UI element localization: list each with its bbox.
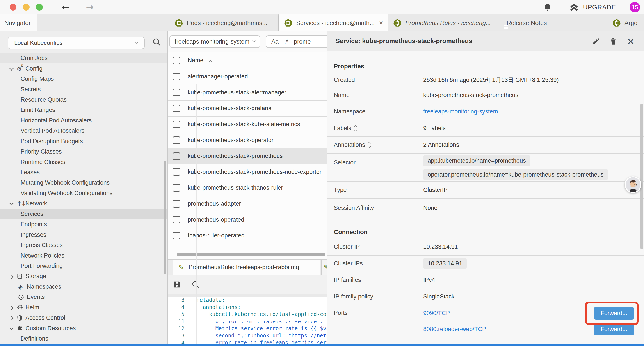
close-icon[interactable]: ×: [626, 36, 635, 46]
details-scrollbar[interactable]: [640, 104, 643, 249]
sidebar-item-ingress-classes[interactable]: Ingress Classes: [0, 240, 168, 250]
table-row[interactable]: kube-prometheus-stack-grafana: [168, 100, 327, 116]
sidebar-item-port-forwarding[interactable]: Port Forwarding: [0, 261, 168, 271]
sidebar-item-mutating-webhook-configurations[interactable]: Mutating Webhook Configurations: [0, 178, 168, 188]
close-window-button[interactable]: [10, 4, 16, 10]
row-checkbox[interactable]: [173, 152, 180, 160]
sidebar-item-definitions[interactable]: Definitions: [0, 334, 168, 344]
row-checkbox[interactable]: [173, 200, 180, 208]
sidebar-item-services[interactable]: Services: [0, 209, 168, 219]
sidebar-item-leases[interactable]: Leases: [0, 167, 168, 178]
back-arrow-icon[interactable]: ←: [62, 2, 70, 12]
tab-3[interactable]: Prometheus Rules - icecheng...: [388, 14, 498, 31]
editor-search-icon[interactable]: [191, 280, 200, 289]
namespace-link[interactable]: freeleaps-monitoring-system: [423, 108, 498, 115]
trash-icon[interactable]: [609, 37, 617, 45]
sidebar-scrollbar[interactable]: [164, 161, 166, 274]
yaml-editor[interactable]: 3metadata:4annotations:5kubectl.kubernet…: [168, 297, 327, 346]
save-icon[interactable]: [172, 280, 181, 289]
sidebar-item-cron-jobs[interactable]: Cron Jobs: [0, 53, 168, 63]
table-row[interactable]: alertmanager-operated: [168, 69, 327, 85]
sidebar-item-config-maps[interactable]: Config Maps: [0, 74, 168, 84]
close-icon[interactable]: ×: [379, 19, 383, 27]
chevron-down-icon[interactable]: [10, 325, 17, 332]
table-row[interactable]: prometheus-operated: [168, 212, 327, 228]
chevron-down-icon[interactable]: [10, 65, 17, 72]
sidebar-item-secrets[interactable]: Secrets: [0, 84, 168, 94]
row-checkbox[interactable]: [173, 136, 180, 144]
chevron-down-icon[interactable]: [10, 200, 17, 207]
tab-2[interactable]: Services - icecheng@math...×: [278, 14, 388, 31]
sidebar-item-config[interactable]: ⚙⚙Config: [0, 63, 168, 74]
sidebar-item-vertical-pod-autoscalers[interactable]: Vertical Pod Autoscalers: [0, 126, 168, 136]
port-link[interactable]: 8080:reloader-web/TCP: [423, 326, 486, 333]
sidebar-item-horizontal-pod-autoscalers[interactable]: Horizontal Pod Autoscalers: [0, 115, 168, 126]
table-row[interactable]: kube-prometheus-stack-prometheus-node-ex…: [168, 164, 327, 180]
forward-arrow-icon[interactable]: →: [86, 2, 94, 12]
sidebar-item-runtime-classes[interactable]: Runtime Classes: [0, 157, 168, 167]
expand-rows-icon[interactable]: [354, 125, 357, 131]
sidebar-item-label: Access Control: [26, 315, 65, 321]
list-search-input[interactable]: Aa .* prome: [266, 35, 327, 48]
minimize-window-button[interactable]: [23, 4, 30, 10]
table-row[interactable]: prometheus-adapter: [168, 196, 327, 212]
sidebar-item-events[interactable]: Events: [0, 292, 168, 302]
sidebar-item-validating-webhook-configurations[interactable]: Validating Webhook Configurations: [0, 188, 168, 198]
kubeconfig-select[interactable]: Local Kubeconfigs: [8, 37, 145, 49]
sidebar-item-access-control[interactable]: Access Control: [0, 313, 168, 323]
avatar[interactable]: [625, 176, 641, 193]
navigator-panel-tab[interactable]: Navigator: [0, 14, 37, 31]
match-case-toggle[interactable]: Aa: [271, 38, 278, 45]
table-row[interactable]: kube-prometheus-stack-prometheus: [168, 148, 327, 164]
sidebar-item-endpoints[interactable]: Endpoints: [0, 219, 168, 230]
row-checkbox[interactable]: [173, 121, 180, 128]
row-checkbox[interactable]: [173, 184, 180, 192]
tab-1[interactable]: Pods - icecheng@mathmas...: [169, 14, 278, 31]
expand-rows-icon[interactable]: [368, 142, 370, 148]
table-row[interactable]: kube-prometheus-stack-alertmanager: [168, 85, 327, 101]
row-checkbox[interactable]: [173, 105, 180, 112]
code-link[interactable]: https://neto: [291, 333, 327, 339]
sidebar-item-custom-resources[interactable]: Custom Resources: [0, 323, 168, 333]
search-icon[interactable]: [152, 37, 162, 47]
select-all-checkbox[interactable]: [173, 57, 180, 64]
row-checkbox[interactable]: [173, 73, 180, 80]
notification-badge[interactable]: 15: [630, 2, 640, 12]
regex-toggle[interactable]: .*: [284, 38, 288, 45]
sidebar-item-pod-disruption-budgets[interactable]: Pod Disruption Budgets: [0, 136, 168, 146]
bell-icon[interactable]: [543, 3, 552, 12]
chevron-right-icon[interactable]: [10, 315, 17, 321]
tab-4[interactable]: Release Notes: [498, 14, 607, 31]
sidebar-item-network[interactable]: ↑↓Network: [0, 198, 168, 209]
table-row[interactable]: kube-prometheus-stack-kube-state-metrics: [168, 116, 327, 132]
sidebar-item-limit-ranges[interactable]: Limit Ranges: [0, 105, 168, 115]
sidebar-item-ingresses[interactable]: Ingresses: [0, 230, 168, 240]
sidebar-item-namespaces[interactable]: ◈Namespaces: [0, 282, 168, 292]
chevron-right-icon[interactable]: [10, 273, 17, 280]
namespace-select[interactable]: freeleaps-monitoring-system: [170, 35, 260, 48]
row-checkbox[interactable]: [173, 89, 180, 96]
table-row[interactable]: kube-prometheus-stack-operator: [168, 132, 327, 148]
upgrade-icon[interactable]: [569, 2, 579, 12]
table-horizontal-scrollbar[interactable]: [177, 253, 325, 256]
row-checkbox[interactable]: [173, 216, 180, 223]
row-checkbox[interactable]: [173, 168, 180, 176]
sidebar-item-resource-quotas[interactable]: Resource Quotas: [0, 95, 168, 105]
sidebar-item-helm[interactable]: Helm: [0, 303, 168, 313]
table-row[interactable]: kube-prometheus-stack-thanos-ruler: [168, 180, 327, 196]
tab-5[interactable]: Argo Se: [607, 14, 643, 31]
sidebar-item-storage[interactable]: Storage: [0, 271, 168, 281]
edit-pencil-icon[interactable]: [592, 37, 600, 45]
editor-tab-prometheusrule[interactable]: ✎ PrometheusRule: freeleaps-prod-rabbitm…: [173, 260, 320, 275]
upgrade-button[interactable]: UPGRADE: [583, 4, 616, 11]
port-link[interactable]: 9090/TCP: [423, 310, 450, 317]
column-header-name[interactable]: Name: [188, 57, 204, 64]
chevron-right-icon[interactable]: [10, 304, 17, 311]
editor-tab-next[interactable]: ✎: [321, 260, 327, 275]
row-checkbox[interactable]: [173, 232, 180, 239]
table-row[interactable]: thanos-ruler-operated: [168, 228, 327, 244]
sidebar-item-network-policies[interactable]: Network Policies: [0, 250, 168, 261]
sort-asc-icon[interactable]: [209, 60, 212, 63]
maximize-window-button[interactable]: [36, 4, 43, 10]
sidebar-item-priority-classes[interactable]: Priority Classes: [0, 146, 168, 157]
